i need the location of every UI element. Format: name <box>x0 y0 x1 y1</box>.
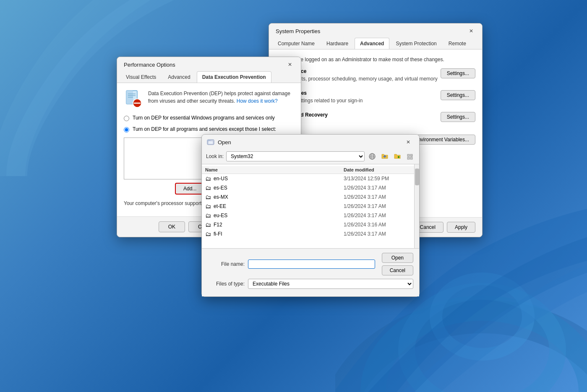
dep-radio-essential-input[interactable] <box>124 116 129 121</box>
dep-radio-all-input[interactable] <box>124 127 129 132</box>
folder-icon: 🗂 <box>205 212 211 219</box>
user-profiles-settings-button[interactable]: Settings... <box>441 90 475 100</box>
system-props-info: You must be logged on as an Administrato… <box>276 56 475 63</box>
open-dialog-title: Open <box>218 139 231 145</box>
file-name-cell: es-ES <box>214 185 344 191</box>
system-props-tabs: Computer Name Hardware Advanced System P… <box>269 38 482 49</box>
perf-titlebar: Performance Options ✕ <box>117 57 301 71</box>
files-of-type-select[interactable]: Executable Files <box>248 279 413 289</box>
svg-rect-24 <box>410 157 412 159</box>
startup-settings-button[interactable]: Settings... <box>441 112 475 122</box>
perf-ok-button[interactable]: OK <box>159 221 185 232</box>
perf-tabs: Visual Effects Advanced Data Execution P… <box>117 71 301 83</box>
file-name-cell: fi-FI <box>214 231 344 237</box>
open-dialog[interactable]: Open ✕ Look in: System32 <box>201 134 420 297</box>
toolbar-views-button[interactable] <box>405 151 415 161</box>
file-row[interactable]: 🗂 eu-ES 1/26/2024 3:17 AM <box>202 211 414 220</box>
open-titlebar: Open ✕ <box>202 135 419 149</box>
dep-how-link[interactable]: How does it work? <box>237 98 278 104</box>
col-name-header: Name <box>205 167 344 172</box>
file-name-cell: es-MX <box>214 194 344 200</box>
folder-icon: 🗂 <box>205 221 211 228</box>
dep-radio-all: Turn on DEP for all programs and service… <box>124 126 294 132</box>
file-name-row: File name: Open Cancel <box>208 253 413 275</box>
col-date-header: Date modified <box>344 167 411 172</box>
file-name-cell: eu-ES <box>214 213 344 218</box>
file-date-cell: 1/26/2024 3:17 AM <box>344 203 411 209</box>
file-list-header: Name Date modified <box>202 166 414 174</box>
open-bottom-area: File name: Open Cancel Files of type: Ex… <box>202 248 419 296</box>
toolbar-back-button[interactable] <box>367 151 377 161</box>
open-toolbar: Look in: System32 <box>202 149 419 164</box>
dep-radio-essential-label: Turn on DEP for essential Windows progra… <box>133 115 275 121</box>
open-dialog-icon <box>207 138 214 146</box>
file-rows-container: 🗂 en-US 3/13/2024 12:59 PM 🗂 es-ES 1/26/… <box>202 174 414 239</box>
svg-rect-21 <box>407 154 410 156</box>
open-action-buttons: Open Cancel <box>382 253 413 275</box>
file-row[interactable]: 🗂 F12 1/26/2024 3:16 AM <box>202 220 414 229</box>
dep-add-button[interactable]: Add... <box>175 183 205 195</box>
folder-icon: 🗂 <box>205 203 211 210</box>
perf-title: Performance Options <box>124 62 175 68</box>
tab-visual-effects[interactable]: Visual Effects <box>120 71 162 83</box>
look-in-label: Look in: <box>206 153 224 159</box>
system-props-close-button[interactable]: ✕ <box>465 27 477 35</box>
tab-advanced-perf[interactable]: Advanced <box>162 71 196 83</box>
open-title-left: Open <box>207 138 231 146</box>
file-row[interactable]: 🗂 fi-FI 1/26/2024 3:17 AM <box>202 229 414 239</box>
folder-icon: 🗂 <box>205 175 211 182</box>
tab-system-protection[interactable]: System Protection <box>390 38 442 49</box>
perf-close-button[interactable]: ✕ <box>284 60 296 69</box>
performance-section: Settings... Performance Visual effects, … <box>276 68 475 84</box>
svg-rect-23 <box>407 157 410 159</box>
tab-hardware[interactable]: Hardware <box>321 38 354 49</box>
files-of-type-label: Files of type: <box>208 281 245 287</box>
file-row[interactable]: 🗂 es-MX 1/26/2024 3:17 AM <box>202 192 414 202</box>
file-name-cell: F12 <box>214 222 344 228</box>
dep-radio-all-label: Turn on DEP for all programs and service… <box>133 126 276 132</box>
open-cancel-button[interactable]: Cancel <box>382 265 413 275</box>
dep-description: Data Execution Prevention (DEP) helps pr… <box>148 90 294 105</box>
tab-dep[interactable]: Data Execution Prevention <box>197 71 271 83</box>
system-props-title: System Properties <box>276 28 320 34</box>
open-button[interactable]: Open <box>382 253 413 263</box>
scrollbar-thumb <box>415 169 419 185</box>
tab-computer-name[interactable]: Computer Name <box>272 38 320 49</box>
file-list: Name Date modified 🗂 en-US 3/13/2024 12:… <box>202 164 414 248</box>
toolbar-new-folder-button[interactable] <box>392 151 402 161</box>
system-props-apply-button[interactable]: Apply <box>447 222 475 233</box>
startup-section: Settings... Startup and Recovery <box>276 112 475 122</box>
tab-advanced[interactable]: Advanced <box>355 38 389 49</box>
file-row[interactable]: 🗂 en-US 3/13/2024 12:59 PM <box>202 174 414 183</box>
file-row[interactable]: 🗂 et-EE 1/26/2024 3:17 AM <box>202 202 414 211</box>
user-profiles-section: Settings... User Profiles Desktop settin… <box>276 90 475 106</box>
file-row[interactable]: 🗂 es-ES 1/26/2024 3:17 AM <box>202 183 414 192</box>
file-name-cell: et-EE <box>214 203 344 209</box>
files-of-type-row: Files of type: Executable Files <box>208 279 413 289</box>
dep-radio-essential: Turn on DEP for essential Windows progra… <box>124 115 294 121</box>
file-date-cell: 1/26/2024 3:16 AM <box>344 222 411 228</box>
open-file-area: Name Date modified 🗂 en-US 3/13/2024 12:… <box>202 164 419 248</box>
file-name-input[interactable] <box>248 260 375 269</box>
file-date-cell: 1/26/2024 3:17 AM <box>344 231 411 237</box>
look-in-select[interactable]: System32 <box>226 151 365 161</box>
file-name-cell: en-US <box>214 176 344 182</box>
open-dialog-close-button[interactable]: ✕ <box>402 138 414 146</box>
file-name-label: File name: <box>208 261 245 267</box>
dep-icon <box>124 90 142 108</box>
performance-settings-button[interactable]: Settings... <box>441 68 475 78</box>
tab-remote[interactable]: Remote <box>443 38 472 49</box>
file-date-cell: 3/13/2024 12:59 PM <box>344 176 411 182</box>
dep-icon-area: Data Execution Prevention (DEP) helps pr… <box>124 90 294 108</box>
system-props-titlebar: System Properties ✕ <box>269 23 482 38</box>
file-list-scrollbar[interactable] <box>414 164 419 248</box>
folder-icon: 🗂 <box>205 184 211 191</box>
toolbar-up-button[interactable] <box>380 151 390 161</box>
file-date-cell: 1/26/2024 3:17 AM <box>344 194 411 200</box>
folder-icon: 🗂 <box>205 231 211 237</box>
folder-icon: 🗂 <box>205 194 211 200</box>
file-date-cell: 1/26/2024 3:17 AM <box>344 185 411 191</box>
svg-rect-13 <box>208 141 213 144</box>
file-date-cell: 1/26/2024 3:17 AM <box>344 213 411 218</box>
